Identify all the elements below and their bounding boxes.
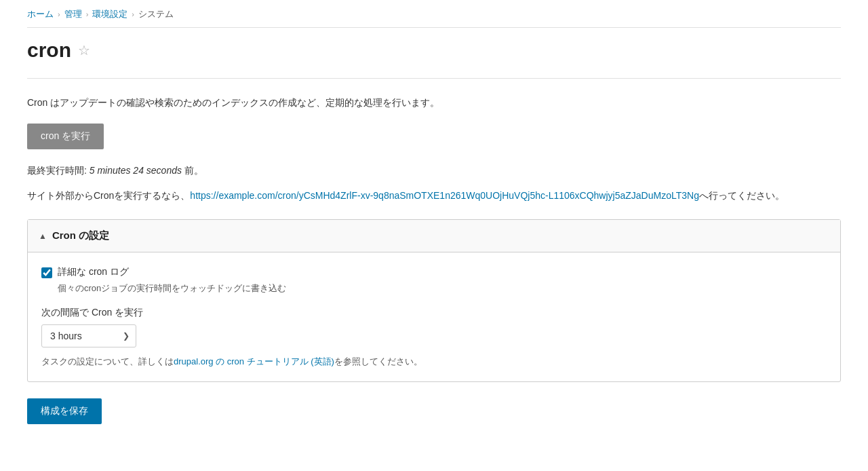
breadcrumb-sep-3: › <box>132 10 134 18</box>
breadcrumb-current: システム <box>138 8 174 20</box>
verbose-log-checkbox[interactable] <box>41 267 52 278</box>
breadcrumb-admin[interactable]: 管理 <box>64 8 82 20</box>
page-description: Cron はアップデートの確認や検索のためのインデックスの作成など、定期的な処理… <box>27 95 841 110</box>
run-cron-button[interactable]: cron を実行 <box>27 124 104 149</box>
task-help-prefix: タスクの設定について、詳しくは <box>41 356 174 366</box>
cron-settings-panel: ▲ Cron の設定 詳細な cron ログ 個々のcronジョブの実行時間をウ… <box>27 219 841 382</box>
interval-select-wrapper: 1 hour 3 hours 6 hours 12 hours 24 hours… <box>41 324 136 347</box>
verbose-log-description: 個々のcronジョブの実行時間をウォッチドッグに書き込む <box>58 282 827 295</box>
page-title: cron <box>27 39 71 62</box>
last-run-label: 最終実行時間: <box>27 165 90 176</box>
settings-panel-body: 詳細な cron ログ 個々のcronジョブの実行時間をウォッチドッグに書き込む… <box>28 252 840 381</box>
interval-field-label: 次の間隔で Cron を実行 <box>41 307 827 319</box>
breadcrumb-settings[interactable]: 環境設定 <box>92 8 127 20</box>
external-link-suffix: へ行ってください。 <box>699 190 785 201</box>
save-config-button[interactable]: 構成を保存 <box>27 398 102 424</box>
task-help-text: タスクの設定について、詳しくはdrupal.org の cron チュートリアル… <box>41 356 827 368</box>
verbose-log-label[interactable]: 詳細な cron ログ <box>58 266 129 278</box>
settings-panel-title: Cron の設定 <box>52 229 109 242</box>
external-link-paragraph: サイト外部からCronを実行するなら、https://example.com/c… <box>27 188 841 203</box>
breadcrumb-sep-2: › <box>86 10 89 18</box>
external-link-prefix: サイト外部からCronを実行するなら、 <box>27 190 190 201</box>
breadcrumb: ホーム › 管理 › 環境設定 › システム <box>27 0 841 28</box>
title-divider <box>27 78 841 79</box>
last-run-suffix: 前。 <box>182 165 203 176</box>
task-help-suffix: を参照してください。 <box>334 356 422 366</box>
settings-panel-header[interactable]: ▲ Cron の設定 <box>28 220 840 252</box>
cron-interval-select[interactable]: 1 hour 3 hours 6 hours 12 hours 24 hours… <box>41 324 136 347</box>
external-cron-link[interactable]: https://example.com/cron/yCsMHd4ZrlF-xv-… <box>190 190 699 201</box>
breadcrumb-home[interactable]: ホーム <box>27 8 54 20</box>
last-run-time: 5 minutes 24 seconds <box>90 165 182 176</box>
favorite-star-icon[interactable]: ☆ <box>78 42 90 58</box>
panel-chevron-icon: ▲ <box>39 231 47 241</box>
breadcrumb-sep-1: › <box>58 10 60 18</box>
last-run-text: 最終実行時間: 5 minutes 24 seconds 前。 <box>27 163 841 178</box>
task-help-link[interactable]: drupal.org の cron チュートリアル (英語) <box>174 356 334 366</box>
verbose-log-row: 詳細な cron ログ <box>41 266 827 278</box>
